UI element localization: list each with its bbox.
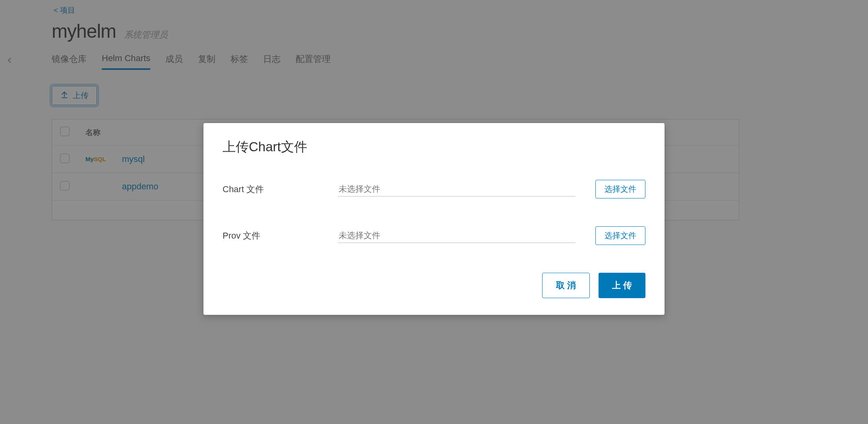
confirm-upload-button[interactable]: 上 传 bbox=[599, 273, 645, 298]
upload-chart-modal: 上传Chart文件 Chart 文件 选择文件 Prov 文件 选择文件 取 消… bbox=[203, 123, 665, 315]
modal-overlay: 上传Chart文件 Chart 文件 选择文件 Prov 文件 选择文件 取 消… bbox=[0, 0, 868, 424]
cancel-button[interactable]: 取 消 bbox=[542, 273, 590, 298]
prov-file-label: Prov 文件 bbox=[223, 230, 338, 242]
modal-title: 上传Chart文件 bbox=[223, 138, 645, 156]
chart-file-input[interactable] bbox=[338, 182, 575, 197]
chart-file-label: Chart 文件 bbox=[223, 183, 338, 195]
select-prov-file-button[interactable]: 选择文件 bbox=[595, 226, 645, 245]
select-chart-file-button[interactable]: 选择文件 bbox=[595, 180, 645, 199]
prov-file-input[interactable] bbox=[338, 228, 575, 243]
